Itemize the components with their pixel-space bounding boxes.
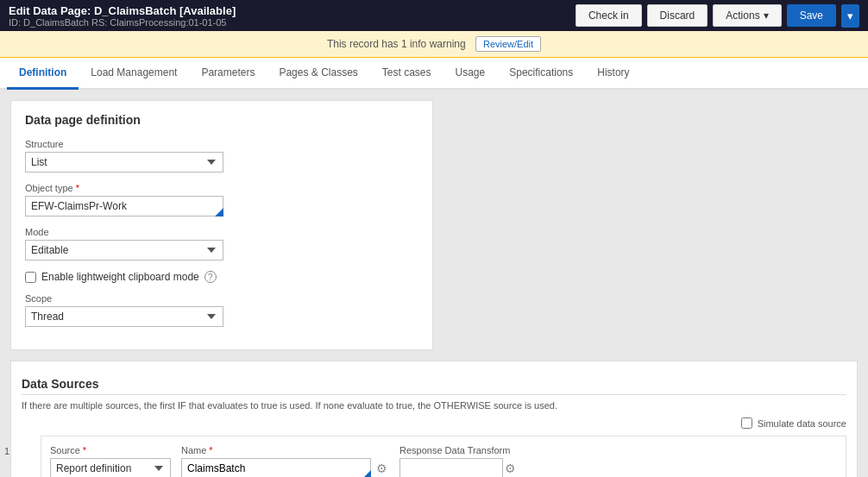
clipboard-checkbox[interactable]: [25, 272, 36, 283]
response-input-group: ⚙: [399, 458, 518, 477]
object-type-corner-indicator: [215, 208, 223, 217]
source-field-label: Source *: [50, 445, 171, 455]
scope-select[interactable]: Thread Requestor Node: [25, 306, 223, 327]
warning-bar: This record has 1 info warning Review/Ed…: [0, 31, 868, 58]
response-label: Response Data Transform: [399, 445, 518, 455]
simulate-checkbox[interactable]: [741, 417, 752, 429]
header-actions: Check in Discard Actions ▾ Save ▾: [576, 4, 859, 28]
structure-select[interactable]: List Single Stream: [25, 152, 223, 173]
discard-button[interactable]: Discard: [647, 4, 708, 27]
tab-pages-classes[interactable]: Pages & Classes: [267, 58, 369, 90]
simulate-row: Simulate data source: [22, 417, 846, 429]
tab-history[interactable]: History: [585, 58, 641, 90]
source-required: *: [83, 445, 86, 455]
data-sources-title: Data Sources: [22, 370, 846, 395]
save-dropdown-icon: ▾: [847, 9, 853, 22]
name-col: Name * ⚙ EFW-ClaimsPr-Work Parameters: [181, 445, 389, 477]
structure-label: Structure: [25, 139, 418, 149]
tab-parameters[interactable]: Parameters: [189, 58, 267, 90]
definition-card-title: Data page definition: [25, 113, 418, 127]
source-row: Source * Report definition Data flow Act…: [41, 436, 846, 477]
name-input-wrapper: [181, 458, 371, 477]
simulate-label: Simulate data source: [758, 418, 846, 429]
object-type-label: Object type *: [25, 183, 418, 193]
name-gear-button[interactable]: ⚙: [374, 460, 389, 477]
object-type-group: Object type *: [25, 183, 418, 217]
mode-group: Mode Editable Read-Only: [25, 227, 418, 260]
save-dropdown-button[interactable]: ▾: [841, 4, 859, 28]
scope-label: Scope: [25, 293, 418, 304]
tab-specifications[interactable]: Specifications: [497, 58, 585, 90]
object-type-input[interactable]: [25, 196, 223, 217]
name-field-label: Name *: [181, 445, 389, 455]
mode-label: Mode: [25, 227, 418, 237]
checkin-button[interactable]: Check in: [576, 4, 642, 27]
response-gear-button[interactable]: ⚙: [503, 460, 518, 477]
tab-bar: Definition Load Management Parameters Pa…: [0, 58, 868, 90]
tab-definition[interactable]: Definition: [7, 58, 79, 90]
response-input[interactable]: [399, 458, 503, 477]
review-edit-button[interactable]: Review/Edit: [475, 36, 541, 52]
header-left: Edit Data Page: D_ClaimsBatch [Available…: [9, 4, 236, 28]
warning-text: This record has 1 info warning: [327, 38, 466, 50]
actions-button[interactable]: Actions ▾: [713, 4, 781, 27]
main-content: Data page definition Structure List Sing…: [0, 90, 868, 477]
source-select[interactable]: Report definition Data flow Activity RES…: [50, 458, 171, 477]
page-subtitle: ID: D_ClaimsBatch RS: ClaimsProcessing:0…: [9, 17, 236, 28]
scope-group: Scope Thread Requestor Node: [25, 293, 418, 327]
tab-usage[interactable]: Usage: [443, 58, 498, 90]
tab-test-cases[interactable]: Test cases: [370, 58, 443, 90]
data-sources-section: Data Sources If there are multiple sourc…: [10, 361, 858, 477]
clipboard-help-icon[interactable]: ?: [204, 271, 217, 283]
definition-card: Data page definition Structure List Sing…: [10, 100, 433, 350]
source-col: Source * Report definition Data flow Act…: [50, 445, 171, 477]
structure-group: Structure List Single Stream: [25, 139, 418, 173]
save-button[interactable]: Save: [787, 4, 836, 27]
actions-chevron-icon: ▾: [764, 9, 769, 22]
header: Edit Data Page: D_ClaimsBatch [Available…: [0, 0, 868, 31]
object-type-field: [25, 196, 223, 217]
tab-load-management[interactable]: Load Management: [79, 58, 189, 90]
name-input[interactable]: [181, 458, 371, 477]
mode-select[interactable]: Editable Read-Only: [25, 240, 223, 260]
data-sources-info: If there are multiple sources, the first…: [22, 400, 846, 411]
page-title: Edit Data Page: D_ClaimsBatch [Available…: [9, 4, 236, 17]
name-corner-indicator: [362, 470, 371, 477]
object-type-required: *: [76, 183, 79, 193]
response-col: Response Data Transform ⚙: [399, 445, 518, 477]
source-row-wrapper: 1 Source * Report definition Data flow A…: [22, 436, 846, 477]
row-number: 1: [4, 446, 9, 456]
actions-label: Actions: [726, 9, 759, 22]
clipboard-label: Enable lightweight clipboard mode: [41, 271, 199, 283]
clipboard-row: Enable lightweight clipboard mode ?: [25, 271, 418, 283]
name-required: *: [209, 445, 212, 455]
name-input-group: ⚙: [181, 458, 389, 477]
